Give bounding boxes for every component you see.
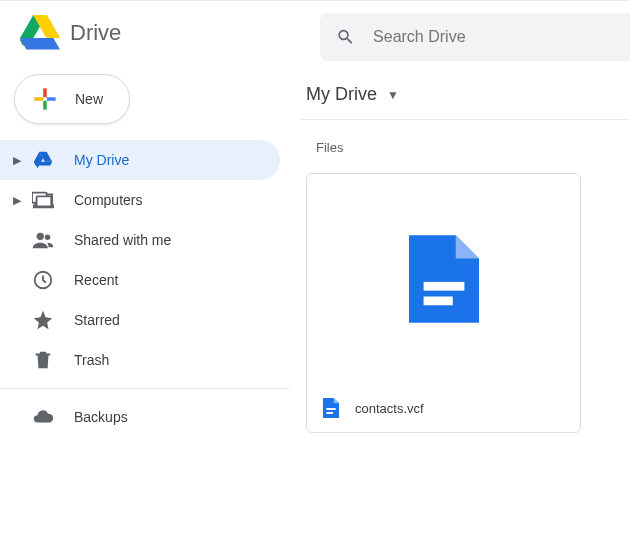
svg-rect-14	[326, 408, 335, 410]
sidebar-item-trash[interactable]: Trash	[0, 340, 280, 380]
section-label: Files	[316, 140, 630, 155]
shared-icon	[32, 229, 54, 251]
file-name: contacts.vcf	[355, 401, 424, 416]
nav-label: Shared with me	[74, 232, 171, 248]
plus-icon	[29, 83, 61, 115]
svg-rect-15	[326, 412, 333, 414]
nav-label: Backups	[74, 409, 128, 425]
chevron-right-icon[interactable]: ▶	[12, 194, 22, 207]
chevron-right-icon[interactable]: ▶	[12, 154, 22, 167]
sidebar: New ▶ My Drive ▶ Computers Shared with m…	[0, 64, 290, 437]
new-button-label: New	[75, 91, 103, 107]
recent-icon	[32, 269, 54, 291]
drive-icon	[32, 149, 54, 171]
chevron-down-icon: ▼	[387, 88, 399, 102]
file-preview	[307, 174, 580, 384]
backups-icon	[32, 406, 54, 428]
svg-rect-13	[423, 297, 452, 306]
sidebar-item-backups[interactable]: Backups	[0, 397, 280, 437]
file-card[interactable]: contacts.vcf	[306, 173, 581, 433]
search-icon	[336, 26, 355, 48]
file-footer: contacts.vcf	[307, 384, 580, 432]
sidebar-item-recent[interactable]: Recent	[0, 260, 280, 300]
search-input[interactable]	[373, 28, 614, 46]
svg-rect-12	[423, 282, 464, 291]
document-icon	[323, 398, 339, 418]
nav-label: Starred	[74, 312, 120, 328]
svg-point-9	[37, 233, 44, 240]
new-button[interactable]: New	[14, 74, 130, 124]
starred-icon	[32, 309, 54, 331]
sidebar-item-starred[interactable]: Starred	[0, 300, 280, 340]
sidebar-item-shared[interactable]: Shared with me	[0, 220, 280, 260]
nav-label: Recent	[74, 272, 118, 288]
drive-logo-icon	[20, 13, 60, 53]
document-icon	[409, 234, 479, 324]
sidebar-item-my-drive[interactable]: ▶ My Drive	[0, 140, 280, 180]
divider	[0, 388, 290, 389]
search-bar[interactable]	[320, 13, 630, 61]
nav-label: Computers	[74, 192, 142, 208]
trash-icon	[32, 349, 54, 371]
main-area: My Drive ▼ Files contacts.	[290, 64, 630, 437]
topbar: Drive	[0, 0, 630, 64]
computers-icon	[32, 189, 54, 211]
svg-rect-8	[37, 196, 52, 206]
breadcrumb-label: My Drive	[306, 84, 377, 105]
app-name: Drive	[70, 20, 121, 46]
logo-area[interactable]: Drive	[0, 13, 320, 53]
nav-label: My Drive	[74, 152, 129, 168]
svg-point-10	[45, 235, 51, 241]
nav-label: Trash	[74, 352, 109, 368]
svg-marker-2	[20, 38, 60, 49]
breadcrumb[interactable]: My Drive ▼	[300, 84, 630, 120]
sidebar-item-computers[interactable]: ▶ Computers	[0, 180, 280, 220]
